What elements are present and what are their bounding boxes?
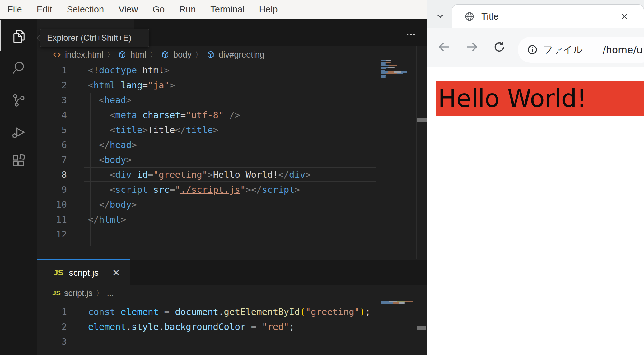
line-number: 3 <box>37 334 67 349</box>
reload-icon[interactable] <box>492 40 506 54</box>
code-line[interactable]: 12 <box>37 227 416 242</box>
browser-toolbar: ファイル /home/u <box>427 28 644 67</box>
sidebar-item-run-debug[interactable] <box>0 117 37 148</box>
line-number: 9 <box>37 182 67 197</box>
tab-label: script.js <box>69 268 99 278</box>
code-editor-js: 1const element = document.getElementById… <box>37 304 416 349</box>
file-chip-label: ファイル <box>543 43 583 56</box>
minimap-line <box>381 68 386 69</box>
scrollbar-handle[interactable] <box>417 118 427 122</box>
browser-tab-strip: Title <box>427 0 644 28</box>
code-line[interactable]: 3 <box>37 334 416 349</box>
chevron-right-icon: 〉 <box>150 50 157 60</box>
cube-icon <box>118 50 127 60</box>
scrollbar-separator <box>416 46 417 259</box>
code-line[interactable]: 11</html> <box>37 212 416 227</box>
line-number: 10 <box>37 197 67 212</box>
code-line[interactable]: 6 </head> <box>37 137 416 152</box>
minimap-line <box>381 71 407 73</box>
minimap-line <box>381 62 391 63</box>
more-actions-icon[interactable] <box>406 29 416 40</box>
tab-search-chevron-icon[interactable] <box>434 10 446 22</box>
close-tab-icon[interactable]: ✕ <box>112 267 120 278</box>
scrollbar-handle[interactable] <box>417 326 426 330</box>
run-debug-icon <box>11 124 27 140</box>
code-line[interactable]: 9 <script src="./script.js"></script> <box>37 182 416 197</box>
breadcrumb-item[interactable]: div#greeting <box>219 50 264 60</box>
code-file-icon <box>52 50 62 60</box>
code-line[interactable]: 7 <body> <box>37 152 416 167</box>
back-icon[interactable] <box>437 40 451 54</box>
breadcrumb: index.html〉html〉body〉div#greeting <box>37 46 380 63</box>
forward-icon[interactable] <box>465 40 479 54</box>
menu-item-go[interactable]: Go <box>152 4 165 15</box>
minimap-line <box>381 73 403 74</box>
browser-tab[interactable]: Title <box>452 4 644 28</box>
minimap-line <box>381 302 405 304</box>
minimap-line <box>381 63 386 65</box>
minimap[interactable] <box>381 60 415 78</box>
chevron-right-icon: 〉 <box>107 50 114 60</box>
code-line[interactable]: 3 <head> <box>37 93 416 108</box>
code-line[interactable]: 4 <meta charset="utf-8" /> <box>37 108 416 122</box>
code-line[interactable]: 5 <title>Title</title> <box>37 122 416 137</box>
minimap[interactable] <box>381 301 415 304</box>
screen: FileEditSelectionViewGoRunTerminalHelp <box>0 0 644 355</box>
line-number: 5 <box>37 122 67 137</box>
menu-item-selection[interactable]: Selection <box>67 4 104 15</box>
scrollbar-separator <box>416 285 416 355</box>
info-icon[interactable] <box>526 44 538 56</box>
menu-item-file[interactable]: File <box>7 4 22 15</box>
extensions-icon <box>11 153 27 169</box>
explorer-tooltip: Explorer (Ctrl+Shift+E) <box>40 29 149 47</box>
search-icon <box>11 60 27 76</box>
minimap-line <box>381 70 385 71</box>
line-number: 12 <box>37 227 67 242</box>
menu-item-terminal[interactable]: Terminal <box>210 4 245 15</box>
breadcrumb-item[interactable]: script.js <box>64 288 93 298</box>
sidebar-item-search[interactable] <box>0 52 37 83</box>
breadcrumb: JS script.js 〉 ... <box>37 285 380 301</box>
code-editor-html: 1<!doctype html>2<html lang="ja">3 <head… <box>37 63 416 242</box>
sidebar-item-source-control[interactable] <box>0 85 37 116</box>
code-line[interactable]: 2<html lang="ja"> <box>37 78 416 93</box>
menu-bar: FileEditSelectionViewGoRunTerminalHelp <box>0 0 427 19</box>
line-number: 11 <box>37 212 67 227</box>
code-line[interactable]: 10 </body> <box>37 197 416 212</box>
browser-page: Hello World! <box>427 67 644 355</box>
activity-bar <box>0 19 37 355</box>
chevron-right-icon: 〉 <box>195 50 203 60</box>
code-line[interactable]: 1<!doctype html> <box>37 63 416 78</box>
url-text: /home/u <box>603 44 642 55</box>
menu-item-help[interactable]: Help <box>259 4 278 15</box>
cube-icon <box>206 50 215 60</box>
greeting-banner: Hello World! <box>436 81 644 116</box>
minimap-line <box>381 60 391 61</box>
tooltip-text: Explorer (Ctrl+Shift+E) <box>47 33 132 43</box>
menu-item-edit[interactable]: Edit <box>37 4 52 15</box>
editor-region: index.html〉html〉body〉div#greeting Explor… <box>37 19 427 355</box>
line-number: 8 <box>37 167 67 182</box>
explorer-files-icon <box>11 28 27 44</box>
source-control-icon <box>11 92 27 108</box>
minimap-line <box>381 301 413 302</box>
menu-item-view[interactable]: View <box>119 4 138 15</box>
breadcrumb-item[interactable]: body <box>173 50 192 60</box>
code-line[interactable]: 2element.style.backgroundColor = "red"; <box>37 319 416 334</box>
close-tab-icon[interactable] <box>619 11 630 22</box>
line-number: 4 <box>37 108 67 122</box>
breadcrumb-item[interactable]: html <box>130 50 146 60</box>
code-line[interactable]: 8 <div id="greeting">Hello World!</div> <box>37 167 416 182</box>
breadcrumb-item[interactable]: index.html <box>65 50 103 60</box>
line-number: 7 <box>37 152 67 167</box>
active-tab-accent <box>37 259 130 260</box>
sidebar-item-explorer[interactable] <box>0 20 37 51</box>
cube-icon <box>161 50 170 60</box>
sidebar-item-extensions[interactable] <box>0 145 37 177</box>
code-line[interactable]: 1const element = document.getElementById… <box>37 304 416 319</box>
menu-item-run[interactable]: Run <box>179 4 196 15</box>
breadcrumb-item[interactable]: ... <box>107 288 114 298</box>
line-number: 2 <box>37 319 67 334</box>
greeting-text: Hello World! <box>436 85 586 113</box>
tab-script-js[interactable]: JS script.js ✕ <box>37 260 130 285</box>
